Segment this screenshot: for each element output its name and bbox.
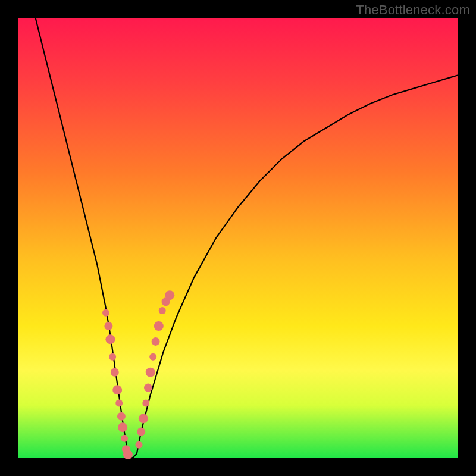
watermark-text: TheBottleneck.com [356,2,470,18]
plot-area [18,18,458,458]
chart-frame: TheBottleneck.com [0,0,476,476]
